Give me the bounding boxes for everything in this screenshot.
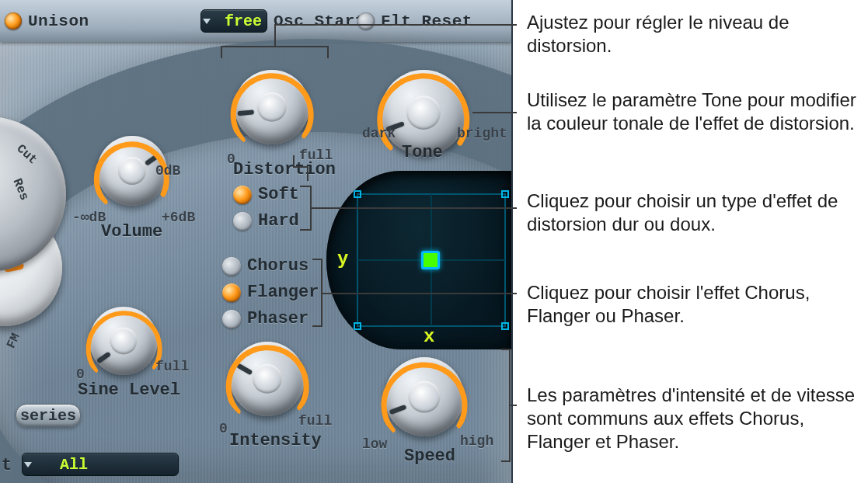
volume-max-label: +6dB <box>162 210 195 225</box>
radio-off-icon <box>233 212 252 231</box>
annotation-dist-type: Cliquez pour choisir un type d'effet de … <box>527 189 861 236</box>
sine-level-label: Sine Level <box>78 380 180 400</box>
speed-label: Speed <box>404 447 455 466</box>
fx-type-phaser[interactable]: Phaser <box>222 309 309 328</box>
bottom-dropdown[interactable]: All <box>22 453 179 476</box>
radio-off-icon <box>222 310 241 328</box>
speed-knob[interactable] <box>385 357 464 436</box>
xy-handle[interactable] <box>421 251 440 269</box>
fm-label: FM <box>4 331 23 350</box>
unison-led[interactable] <box>5 12 22 30</box>
annotation-fx-type: Cliquez pour choisir l'effet Chorus, Fla… <box>527 281 861 328</box>
xy-pad-grid <box>326 171 511 349</box>
annotation-tone: Utilisez le paramètre Tone pour modifier… <box>527 89 861 135</box>
volume-label: Volume <box>101 222 162 242</box>
annotation-intensity-speed: Les paramètres d'intensité et de vitesse… <box>527 384 861 453</box>
flt-reset-led[interactable] <box>357 12 375 30</box>
xy-y-label: y <box>337 248 348 269</box>
tone-label: Tone <box>402 143 443 162</box>
radio-on-icon <box>222 283 241 302</box>
intensity-knob[interactable] <box>230 342 305 416</box>
series-button-label: series <box>20 407 76 425</box>
unison-label: Unison <box>28 12 89 30</box>
intensity-label: Intensity <box>229 431 322 450</box>
sine-level-knob[interactable] <box>89 307 158 375</box>
volume-mid-label: 0dB <box>155 163 180 179</box>
fx-type-chorus[interactable]: Chorus <box>222 256 309 276</box>
dist-type-hard[interactable]: Hard <box>233 211 299 231</box>
dist-type-hard-label: Hard <box>258 211 299 231</box>
bottom-dropdown-value: All <box>37 456 91 474</box>
xy-pad[interactable]: y x <box>326 171 511 349</box>
dist-type-soft-label: Soft <box>258 185 299 204</box>
intensity-max-label: full <box>298 413 332 429</box>
dropdown-arrow-icon <box>203 19 211 24</box>
screenshot-root: Unison free Osc Start Flt Reset Cut Res … <box>0 0 868 483</box>
sine-max-label: full <box>155 359 189 374</box>
flt-reset-label: Flt Reset <box>381 12 472 30</box>
tone-min-label: dark <box>362 126 396 141</box>
synth-panel: Unison free Osc Start Flt Reset Cut Res … <box>0 0 513 483</box>
radio-on-icon <box>233 186 252 204</box>
intensity-min-label: 0 <box>219 421 228 436</box>
fx-type-flanger[interactable]: Flanger <box>222 283 319 302</box>
speed-min-label: low <box>362 436 387 452</box>
osc-mode-value: free <box>215 12 265 30</box>
dist-type-soft[interactable]: Soft <box>233 185 299 204</box>
fx-type-flanger-label: Flanger <box>247 283 319 302</box>
annotation-distortion: Ajustez pour régler le niveau de distors… <box>527 11 861 57</box>
distortion-label: Distortion <box>233 160 336 179</box>
osc-start-label: Osc Start <box>274 12 365 30</box>
osc-mode-dropdown[interactable]: free <box>200 9 267 33</box>
fx-type-chorus-label: Chorus <box>247 256 309 276</box>
xy-x-label: x <box>424 326 434 347</box>
distortion-knob[interactable] <box>235 70 309 144</box>
top-strip: Unison free Osc Start Flt Reset <box>0 0 511 42</box>
speed-max-label: high <box>460 433 493 449</box>
fx-type-phaser-label: Phaser <box>247 309 309 328</box>
radio-off-icon <box>222 257 241 276</box>
bottom-left-char: t <box>2 456 12 475</box>
sine-min-label: 0 <box>76 367 85 382</box>
tone-max-label: bright <box>457 126 507 141</box>
series-button[interactable]: series <box>16 404 81 427</box>
dropdown-arrow-icon <box>24 462 32 467</box>
